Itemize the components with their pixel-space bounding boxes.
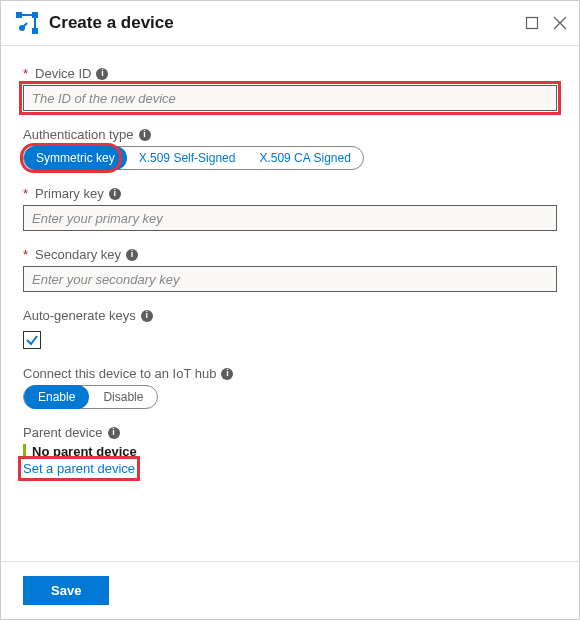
close-icon: [553, 16, 567, 30]
device-id-field: * Device ID i: [23, 66, 557, 111]
connect-hub-toggle: Enable Disable: [23, 385, 158, 409]
auto-generate-field: Auto-generate keys i: [23, 308, 557, 350]
connect-hub-field: Connect this device to an IoT hub i Enab…: [23, 366, 557, 409]
info-icon[interactable]: i: [139, 129, 151, 141]
auth-option-symmetric-key[interactable]: Symmetric key: [24, 146, 127, 170]
window-controls: [525, 16, 567, 30]
maximize-button[interactable]: [525, 16, 539, 30]
info-icon[interactable]: i: [96, 68, 108, 80]
checkmark-icon: [25, 333, 39, 347]
panel-footer: Save: [1, 561, 579, 619]
secondary-key-field: * Secondary key i: [23, 247, 557, 292]
set-parent-device-link[interactable]: Set a parent device: [23, 461, 135, 476]
auth-type-selector: Symmetric key X.509 Self-Signed X.509 CA…: [23, 146, 364, 170]
primary-key-field: * Primary key i: [23, 186, 557, 231]
connect-hub-enable[interactable]: Enable: [24, 385, 89, 409]
primary-key-label-row: * Primary key i: [23, 186, 557, 201]
required-marker: *: [23, 66, 28, 81]
parent-device-field: Parent device i No parent device Set a p…: [23, 425, 557, 476]
auth-type-field: Authentication type i Symmetric key X.50…: [23, 127, 557, 170]
device-icon: [15, 11, 39, 35]
device-id-label: Device ID: [35, 66, 91, 81]
svg-rect-4: [527, 18, 538, 29]
info-icon[interactable]: i: [221, 368, 233, 380]
svg-rect-0: [16, 12, 22, 18]
secondary-key-input[interactable]: [23, 266, 557, 292]
save-button[interactable]: Save: [23, 576, 109, 605]
auth-option-x509-self-signed[interactable]: X.509 Self-Signed: [127, 147, 248, 169]
maximize-icon: [525, 16, 539, 30]
connect-hub-label-row: Connect this device to an IoT hub i: [23, 366, 557, 381]
parent-device-value: No parent device: [32, 444, 137, 459]
parent-device-label-row: Parent device i: [23, 425, 557, 440]
auto-generate-label: Auto-generate keys: [23, 308, 136, 323]
parent-device-value-line: No parent device: [23, 444, 137, 459]
close-button[interactable]: [553, 16, 567, 30]
info-icon[interactable]: i: [141, 310, 153, 322]
info-icon[interactable]: i: [109, 188, 121, 200]
panel-header: Create a device: [1, 1, 579, 46]
device-id-input[interactable]: [23, 85, 557, 111]
connect-hub-disable[interactable]: Disable: [89, 386, 157, 408]
auto-generate-label-row: Auto-generate keys i: [23, 308, 557, 323]
auth-type-label-row: Authentication type i: [23, 127, 557, 142]
info-icon[interactable]: i: [108, 427, 120, 439]
primary-key-input[interactable]: [23, 205, 557, 231]
required-marker: *: [23, 186, 28, 201]
auth-type-label: Authentication type: [23, 127, 134, 142]
auto-generate-checkbox[interactable]: [23, 331, 41, 349]
parent-device-label: Parent device: [23, 425, 103, 440]
form-content: * Device ID i Authentication type i Symm…: [1, 46, 579, 502]
info-icon[interactable]: i: [126, 249, 138, 261]
required-marker: *: [23, 247, 28, 262]
device-id-label-row: * Device ID i: [23, 66, 557, 81]
secondary-key-label-row: * Secondary key i: [23, 247, 557, 262]
secondary-key-label: Secondary key: [35, 247, 121, 262]
auth-option-x509-ca-signed[interactable]: X.509 CA Signed: [247, 147, 362, 169]
connect-hub-label: Connect this device to an IoT hub: [23, 366, 216, 381]
panel-title: Create a device: [49, 13, 525, 33]
primary-key-label: Primary key: [35, 186, 104, 201]
